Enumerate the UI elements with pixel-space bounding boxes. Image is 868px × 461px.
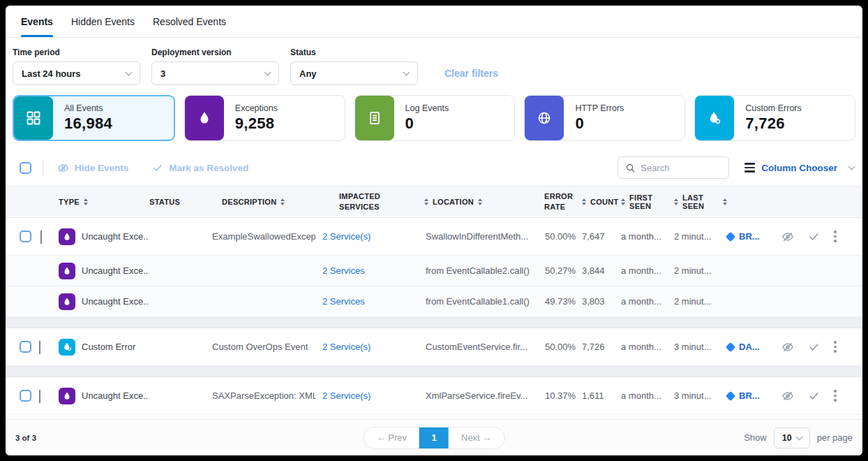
eye-slash-icon	[57, 162, 69, 174]
jira-icon	[726, 390, 735, 400]
impacted-services-link[interactable]: 2 Services	[315, 265, 406, 276]
first-seen: a month...	[621, 342, 674, 352]
table-toolbar: Hide Events Mark as Resolved Column Choo…	[6, 149, 862, 186]
tab-hidden-events[interactable]: Hidden Events	[71, 6, 135, 37]
error-tracking-app: Events Hidden Events Resolved Events Tim…	[6, 6, 862, 455]
header-count[interactable]: COUNT	[582, 198, 621, 206]
hide-events-button[interactable]: Hide Events	[57, 162, 128, 174]
header-type[interactable]: TYPE	[59, 198, 149, 206]
exception-flame-icon	[59, 388, 75, 404]
impacted-services-link[interactable]: 2 Service(s)	[315, 342, 406, 352]
hide-event-icon[interactable]	[781, 341, 794, 353]
prev-page-button[interactable]: ← Prev	[364, 427, 419, 448]
clear-filters-button[interactable]: Clear filters	[444, 68, 498, 79]
status-label: Status	[290, 47, 418, 57]
chevron-down-icon	[126, 69, 133, 76]
card-label: Exceptions	[235, 103, 278, 113]
flame-gear-icon	[695, 96, 734, 140]
jira-ticket-link[interactable]: DA...	[727, 342, 777, 352]
sort-icon	[674, 198, 678, 205]
row-checkbox[interactable]	[20, 341, 31, 353]
chevron-down-icon	[795, 433, 802, 440]
card-http-errors[interactable]: HTTP Errors 0	[524, 95, 685, 141]
jira-ticket-label: BR...	[739, 231, 760, 242]
header-first-seen[interactable]: FIRST SEEN	[621, 193, 674, 210]
first-seen: a month...	[621, 231, 674, 242]
expand-row-icon[interactable]	[39, 390, 40, 403]
row-checkbox[interactable]	[20, 390, 31, 402]
per-page-label: per page	[817, 432, 853, 443]
next-page-button[interactable]: Next →	[449, 427, 504, 448]
row-menu-icon[interactable]	[834, 341, 837, 353]
hide-event-icon[interactable]	[781, 230, 794, 243]
chevron-down-icon	[264, 69, 271, 76]
event-location: SwallowInDifferentMeth...	[406, 231, 539, 242]
hide-events-label: Hide Events	[75, 163, 128, 173]
page-number-button[interactable]: 1	[419, 427, 449, 448]
event-type: Uncaught Exce...	[82, 296, 149, 307]
header-label: COUNT	[590, 198, 619, 206]
row-menu-icon[interactable]	[834, 390, 837, 402]
deployment-version-select[interactable]: 3	[151, 61, 279, 85]
divider	[43, 159, 43, 176]
search-input[interactable]	[641, 163, 717, 173]
card-custom-errors[interactable]: Custom Errors 7,726	[694, 95, 855, 141]
row-menu-icon[interactable]	[834, 230, 837, 242]
resolve-event-icon[interactable]	[808, 341, 820, 353]
header-impacted-services: IMPACTED SERVICES	[315, 191, 406, 212]
error-rate: 49.73%	[539, 296, 582, 307]
event-type: Uncaught Exce...	[82, 231, 149, 242]
tab-resolved-events[interactable]: Resolved Events	[153, 6, 226, 37]
resolve-event-icon[interactable]	[808, 390, 820, 402]
header-label: TYPE	[59, 198, 80, 206]
card-value: 16,984	[64, 115, 112, 133]
mark-resolved-button[interactable]: Mark as Resolved	[152, 162, 248, 173]
sort-icon	[280, 198, 285, 205]
time-period-select[interactable]: Last 24 hours	[13, 61, 140, 85]
header-last-seen[interactable]: LAST SEEN	[674, 193, 727, 210]
row-count-summary: 3 of 3	[15, 434, 36, 442]
card-value: 9,258	[235, 115, 278, 133]
header-location[interactable]: LOCATION	[406, 198, 539, 206]
column-chooser-label: Column Chooser	[761, 163, 837, 173]
status-value: Any	[299, 68, 317, 79]
header-label: STATUS	[149, 198, 180, 206]
hide-event-icon[interactable]	[781, 390, 794, 402]
header-label: FIRST SEEN	[629, 193, 674, 210]
jira-ticket-link[interactable]: BR...	[727, 390, 777, 401]
impacted-services-link[interactable]: 2 Services	[315, 296, 406, 307]
jira-icon	[726, 231, 735, 241]
error-rate: 50.00%	[539, 231, 582, 242]
event-description: ExampleSwallowedExceptio...	[212, 231, 315, 242]
card-value: 0	[405, 115, 449, 133]
jira-icon	[726, 342, 735, 351]
column-chooser-button[interactable]: Column Chooser	[744, 163, 854, 173]
stat-cards: All Events 16,984 Exceptions 9,258 Log E…	[6, 88, 862, 149]
card-value: 0	[575, 115, 624, 133]
page-size-select[interactable]: 10	[774, 427, 810, 448]
card-exceptions[interactable]: Exceptions 9,258	[184, 95, 345, 141]
card-log-events[interactable]: Log Events 0	[354, 95, 516, 141]
expand-row-icon[interactable]	[39, 341, 40, 354]
sort-icon	[582, 198, 586, 205]
impacted-services-link[interactable]: 2 Service(s)	[315, 231, 406, 242]
header-label: LOCATION	[433, 198, 474, 206]
jira-ticket-link[interactable]: BR...	[727, 231, 777, 242]
card-all-events[interactable]: All Events 16,984	[13, 95, 175, 141]
resolve-event-icon[interactable]	[808, 230, 820, 242]
collapse-row-icon[interactable]	[40, 230, 42, 244]
select-all-checkbox[interactable]	[20, 162, 31, 174]
error-rate: 50.27%	[539, 265, 582, 276]
event-count: 1,611	[582, 390, 621, 401]
exception-flame-icon	[59, 228, 75, 245]
header-description[interactable]: DESCRIPTION	[212, 198, 315, 206]
impacted-services-link[interactable]: 2 Service(s)	[315, 390, 406, 401]
row-checkbox[interactable]	[20, 230, 31, 242]
search-icon	[625, 163, 636, 173]
tab-events[interactable]: Events	[21, 6, 53, 37]
last-seen: 2 minut...	[674, 265, 727, 276]
status-select[interactable]: Any	[290, 61, 418, 85]
header-label: ERROR RATE	[544, 191, 574, 212]
filter-bar: Time period Last 24 hours Deployment ver…	[6, 38, 862, 88]
jira-ticket-label: DA...	[739, 342, 760, 352]
